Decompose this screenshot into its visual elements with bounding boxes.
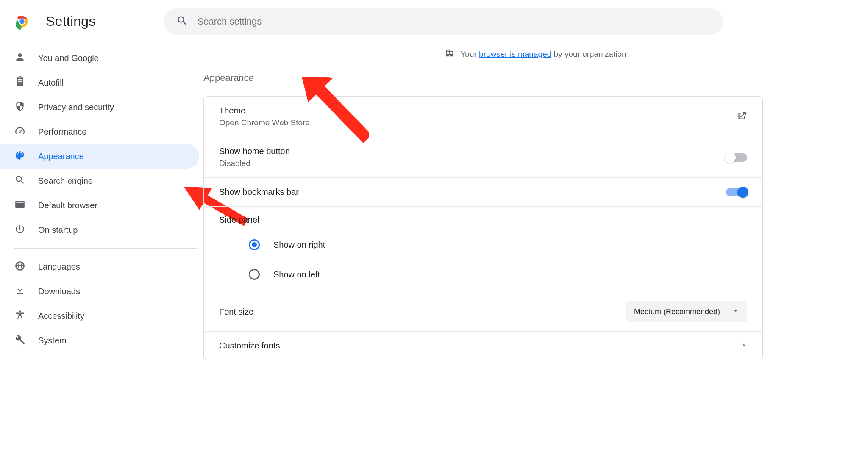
bookmarks-bar-toggle[interactable] (726, 188, 747, 196)
download-icon (14, 285, 25, 298)
power-icon (14, 224, 25, 237)
shield-icon (14, 101, 25, 114)
theme-sublabel: Open Chrome Web Store (219, 118, 310, 127)
sidebar-item-performance[interactable]: Performance (0, 119, 199, 144)
home-button-sublabel: Disabled (219, 159, 290, 168)
customize-fonts-label: Customize fonts (219, 341, 280, 351)
section-title-appearance: Appearance (203, 72, 868, 83)
sidebar-item-label: Appearance (38, 152, 84, 161)
globe-icon (14, 260, 25, 274)
external-link-icon (736, 111, 747, 123)
managed-link[interactable]: browser is managed (479, 50, 551, 58)
font-size-row: Font size Medium (Recommended) (204, 292, 762, 331)
chevron-down-icon (732, 307, 740, 317)
sidebar-item-default-browser[interactable]: Default browser (0, 193, 199, 218)
side-panel-title: Side panel (219, 207, 747, 230)
person-icon (14, 52, 25, 65)
sidebar-divider (14, 248, 197, 249)
sidebar-item-label: Downloads (38, 287, 80, 296)
sidebar-item-on-startup[interactable]: On startup (0, 218, 199, 242)
page-title: Settings (46, 14, 96, 29)
wrench-icon (14, 334, 25, 347)
theme-row[interactable]: Theme Open Chrome Web Store (204, 97, 762, 137)
dropdown-value: Medium (Recommended) (634, 307, 720, 316)
sidebar-item-label: System (38, 336, 67, 346)
sidebar-item-label: Languages (38, 262, 80, 272)
chrome-logo-icon (14, 13, 31, 30)
clipboard-icon (14, 76, 25, 89)
sidebar-item-privacy[interactable]: Privacy and security (0, 95, 199, 119)
settings-main: Your browser is managed by your organiza… (203, 43, 868, 459)
search-icon (14, 174, 25, 188)
home-button-row: Show home button Disabled (204, 137, 762, 177)
radio-label: Show on left (273, 270, 320, 279)
sidebar-item-label: Privacy and security (38, 102, 114, 112)
sidebar-item-label: Performance (38, 127, 87, 137)
home-button-toggle[interactable] (726, 153, 747, 162)
theme-label: Theme (219, 106, 310, 116)
search-settings-box[interactable] (164, 8, 723, 35)
sidebar-item-label: You and Google (38, 53, 99, 63)
sidebar-item-label: Accessibility (38, 311, 84, 321)
sidebar-item-label: Search engine (38, 176, 93, 186)
appearance-card: Theme Open Chrome Web Store Show home bu… (203, 96, 763, 360)
font-size-label: Font size (219, 307, 253, 317)
sidebar-item-accessibility[interactable]: Accessibility (0, 304, 199, 328)
browser-icon (14, 199, 25, 212)
sidebar-item-downloads[interactable]: Downloads (0, 279, 199, 304)
radio-label: Show on right (273, 240, 325, 250)
sidebar-item-appearance[interactable]: Appearance (0, 144, 199, 169)
managed-text: Your browser is managed by your organiza… (460, 50, 626, 59)
chevron-right-icon (741, 342, 747, 350)
app-header: Settings (0, 0, 868, 43)
home-button-label: Show home button (219, 147, 290, 156)
settings-sidebar: You and Google Autofill Privacy and secu… (0, 43, 203, 459)
palette-icon (14, 150, 25, 163)
side-panel-left-option[interactable]: Show on left (219, 260, 747, 292)
search-icon (176, 15, 198, 28)
radio-icon (249, 239, 260, 250)
sidebar-item-autofill[interactable]: Autofill (0, 70, 199, 95)
side-panel-group: Side panel Show on right Show on left (204, 206, 762, 292)
radio-icon (249, 269, 260, 280)
search-input[interactable] (198, 16, 710, 27)
sidebar-item-label: Default browser (38, 201, 97, 210)
accessibility-icon (14, 310, 25, 323)
building-icon (445, 48, 454, 60)
bookmarks-bar-row: Show bookmarks bar (204, 177, 762, 206)
sidebar-item-label: On startup (38, 225, 78, 235)
sidebar-item-system[interactable]: System (0, 328, 199, 353)
bookmarks-bar-label: Show bookmarks bar (219, 187, 299, 197)
sidebar-item-languages[interactable]: Languages (0, 254, 199, 279)
sidebar-item-search-engine[interactable]: Search engine (0, 169, 199, 193)
managed-banner: Your browser is managed by your organiza… (203, 48, 868, 60)
side-panel-right-option[interactable]: Show on right (219, 230, 747, 260)
speedometer-icon (14, 125, 25, 138)
sidebar-item-label: Autofill (38, 78, 64, 88)
sidebar-item-you-and-google[interactable]: You and Google (0, 46, 199, 70)
font-size-dropdown[interactable]: Medium (Recommended) (626, 301, 747, 322)
customize-fonts-row[interactable]: Customize fonts (204, 331, 762, 360)
